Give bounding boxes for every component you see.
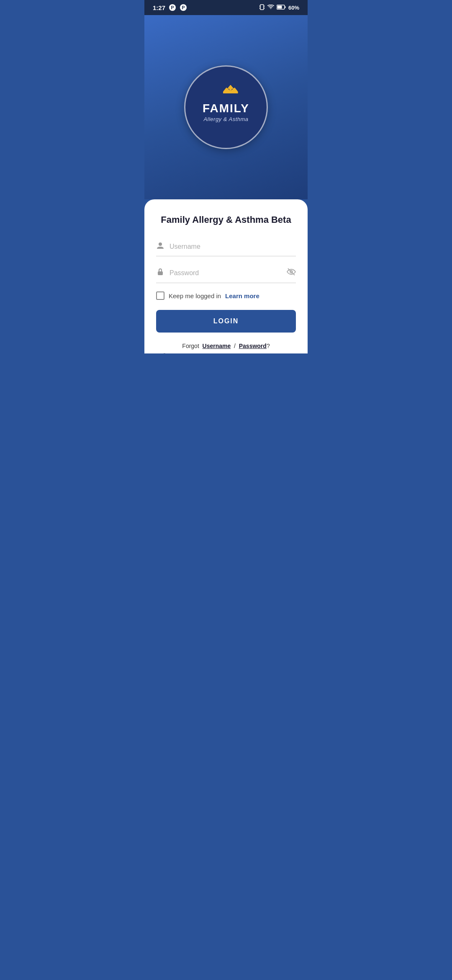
keep-logged-checkbox[interactable] bbox=[156, 291, 164, 300]
crown-icon bbox=[223, 84, 238, 93]
forgot-separator: / bbox=[234, 343, 236, 349]
svg-rect-14 bbox=[223, 92, 238, 93]
copyright-text: © 2021 Meditab Software, Inc. ALL RIGHTS… bbox=[156, 353, 296, 353]
forgot-row: Forgot Username / Password? bbox=[156, 343, 296, 349]
status-time: 1:27 bbox=[153, 4, 165, 11]
username-input[interactable] bbox=[170, 243, 296, 250]
app-title: Family Allergy & Asthma Beta bbox=[156, 214, 296, 225]
vibrate-icon bbox=[259, 4, 265, 12]
lock-icon bbox=[156, 268, 164, 278]
login-button[interactable]: LOGIN bbox=[156, 310, 296, 333]
app-logo: FAMILY Allergy & Asthma bbox=[184, 65, 268, 149]
login-card: Family Allergy & Asthma Beta bbox=[144, 199, 308, 353]
svg-rect-6 bbox=[264, 5, 265, 7]
password-input-group bbox=[156, 263, 296, 283]
keep-logged-label: Keep me logged in bbox=[169, 292, 221, 299]
app-icon-1: P bbox=[169, 4, 176, 11]
user-icon bbox=[156, 241, 164, 252]
password-input[interactable] bbox=[170, 269, 287, 277]
keep-logged-row: Keep me logged in Learn more bbox=[156, 291, 296, 300]
hero-section: FAMILY Allergy & Asthma bbox=[144, 15, 308, 199]
svg-rect-11 bbox=[277, 5, 282, 8]
wifi-icon bbox=[267, 5, 274, 11]
svg-rect-4 bbox=[260, 5, 264, 10]
svg-rect-8 bbox=[264, 8, 265, 9]
svg-rect-16 bbox=[158, 271, 163, 275]
battery-icon bbox=[277, 5, 286, 11]
status-bar: 1:27 P P bbox=[144, 0, 308, 15]
learn-more-link[interactable]: Learn more bbox=[225, 292, 259, 299]
svg-point-15 bbox=[159, 242, 162, 246]
svg-text:P: P bbox=[171, 5, 174, 10]
app-icon-2: P bbox=[180, 4, 187, 11]
logo-subtitle-text: Allergy & Asthma bbox=[203, 116, 249, 122]
battery-percent: 60% bbox=[288, 5, 299, 11]
logo-family-text: FAMILY bbox=[203, 103, 249, 114]
svg-text:P: P bbox=[182, 5, 185, 10]
forgot-username-link[interactable]: Username bbox=[203, 343, 231, 349]
username-input-group bbox=[156, 237, 296, 256]
forgot-label: Forgot bbox=[182, 343, 199, 349]
svg-rect-7 bbox=[259, 8, 260, 9]
svg-rect-10 bbox=[285, 6, 285, 8]
status-right: 60% bbox=[259, 4, 299, 12]
forgot-suffix: ? bbox=[267, 343, 270, 349]
forgot-password-link[interactable]: Password bbox=[239, 343, 267, 349]
eye-off-icon[interactable] bbox=[287, 267, 296, 279]
svg-rect-5 bbox=[259, 5, 260, 7]
status-left: 1:27 P P bbox=[153, 4, 187, 11]
